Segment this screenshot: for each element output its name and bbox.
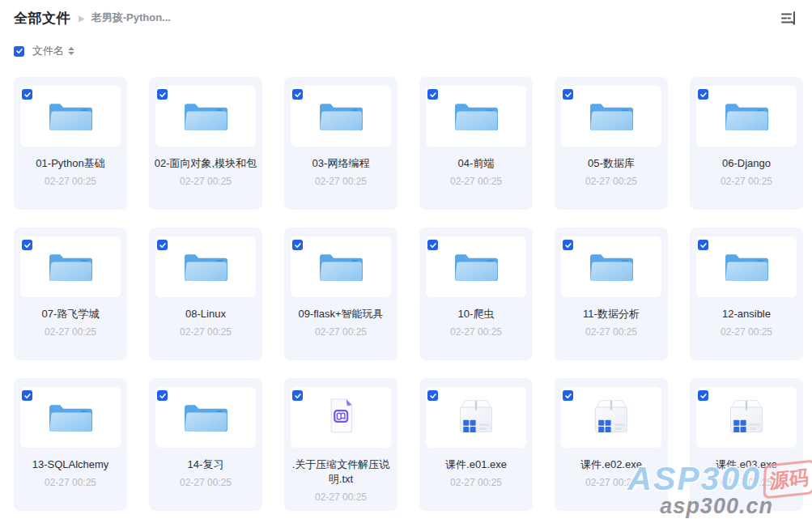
file-name[interactable]: 11-数据分析 — [578, 307, 644, 321]
breadcrumb-separator-icon: ▶ — [79, 14, 85, 23]
file-card[interactable]: 课件.e01.exe 02-27 00:25 — [419, 378, 533, 511]
file-name[interactable]: 03-网络编程 — [308, 156, 375, 171]
file-card[interactable]: 14-复习 02-27 00:25 — [149, 378, 262, 511]
file-thumbnail — [426, 236, 526, 297]
file-card[interactable]: 02-面向对象,模块和包 02-27 00:25 — [149, 77, 262, 210]
folder-icon — [586, 245, 637, 288]
file-grid: 01-Python基础 02-27 00:25 02-面向对象,模块和包 02-… — [0, 77, 812, 511]
file-thumbnail — [20, 236, 121, 297]
file-card[interactable]: 04-前端 02-27 00:25 — [419, 77, 533, 210]
file-checkbox[interactable] — [427, 89, 438, 100]
file-card[interactable]: 11-数据分析 02-27 00:25 — [555, 228, 668, 360]
file-name[interactable]: 10-爬虫 — [453, 307, 500, 321]
file-checkbox[interactable] — [698, 89, 708, 100]
file-name[interactable]: 01-Python基础 — [31, 156, 109, 171]
file-date: 02-27 00:25 — [585, 176, 637, 187]
folder-icon — [45, 245, 96, 288]
file-checkbox[interactable] — [427, 240, 438, 250]
file-name[interactable]: .关于压缩文件解压说明.txt — [284, 457, 397, 487]
folder-icon — [451, 95, 502, 138]
file-thumbnail — [291, 86, 391, 147]
file-name[interactable]: 06-Django — [717, 156, 776, 171]
file-date: 02-27 00:25 — [450, 326, 502, 338]
file-name[interactable]: 05-数据库 — [583, 156, 640, 171]
file-thumbnail — [155, 86, 256, 147]
file-date: 02-27 00:25 — [585, 477, 637, 488]
file-card[interactable]: 课件.e03.exe 02-27 00:25 — [690, 378, 803, 511]
text-document-icon — [317, 395, 364, 440]
file-name[interactable]: 02-面向对象,模块和包 — [150, 156, 261, 171]
page-title: 全部文件 — [14, 9, 70, 28]
file-card[interactable]: 09-flask+智能玩具 02-27 00:25 — [284, 228, 397, 360]
file-date: 02-27 00:25 — [45, 326, 96, 338]
file-date: 02-27 00:25 — [721, 477, 772, 488]
file-thumbnail — [20, 387, 121, 448]
sort-arrows-icon[interactable] — [68, 47, 74, 55]
file-checkbox[interactable] — [698, 240, 708, 250]
file-name[interactable]: 08-Linux — [181, 307, 231, 321]
folder-icon — [721, 245, 772, 288]
file-card[interactable]: 课件.e02.exe 02-27 00:25 — [555, 378, 668, 511]
sort-list-icon[interactable] — [778, 8, 799, 28]
file-name[interactable]: 课件.e01.exe — [440, 457, 512, 472]
file-card[interactable]: 07-路飞学城 02-27 00:25 — [14, 228, 127, 360]
file-checkbox[interactable] — [563, 89, 573, 100]
file-name[interactable]: 04-前端 — [453, 156, 500, 171]
file-card[interactable]: 13-SQLAlchemy 02-27 00:25 — [14, 378, 127, 511]
file-thumbnail — [561, 387, 661, 448]
folder-icon — [45, 396, 96, 439]
file-thumbnail — [561, 236, 661, 297]
file-card[interactable]: 08-Linux 02-27 00:25 — [149, 228, 262, 360]
sort-by-name-label[interactable]: 文件名 — [32, 44, 64, 58]
file-card[interactable]: 10-爬虫 02-27 00:25 — [419, 228, 533, 360]
file-checkbox[interactable] — [698, 390, 708, 401]
file-date: 02-27 00:25 — [721, 176, 772, 187]
select-all-checkbox[interactable] — [14, 46, 24, 57]
file-checkbox[interactable] — [157, 240, 168, 250]
file-thumbnail — [291, 236, 391, 297]
file-card[interactable]: .关于压缩文件解压说明.txt 02-27 00:25 — [284, 378, 397, 511]
file-checkbox[interactable] — [22, 89, 32, 100]
file-thumbnail — [696, 86, 797, 147]
file-card[interactable]: 01-Python基础 02-27 00:25 — [14, 77, 127, 210]
file-card[interactable]: 05-数据库 02-27 00:25 — [555, 77, 668, 210]
file-card[interactable]: 03-网络编程 02-27 00:25 — [284, 77, 397, 210]
file-thumbnail — [155, 236, 256, 297]
file-checkbox[interactable] — [292, 89, 303, 100]
file-thumbnail — [155, 387, 256, 448]
filter-row: 文件名 — [14, 45, 799, 57]
folder-icon — [451, 245, 502, 288]
file-name[interactable]: 13-SQLAlchemy — [28, 457, 114, 472]
file-date: 02-27 00:25 — [45, 176, 96, 187]
file-checkbox[interactable] — [427, 390, 438, 401]
file-checkbox[interactable] — [22, 240, 32, 250]
file-date: 02-27 00:25 — [450, 176, 502, 187]
file-card[interactable]: 12-ansible 02-27 00:25 — [690, 228, 803, 360]
file-date: 02-27 00:25 — [180, 176, 232, 187]
file-name[interactable]: 07-路飞学城 — [37, 307, 104, 321]
file-date: 02-27 00:25 — [45, 477, 96, 488]
file-date: 02-27 00:25 — [450, 477, 502, 488]
folder-icon — [181, 396, 232, 439]
file-checkbox[interactable] — [563, 390, 573, 401]
file-name[interactable]: 09-flask+智能玩具 — [293, 307, 388, 321]
file-checkbox[interactable] — [563, 240, 573, 250]
file-name[interactable]: 课件.e03.exe — [711, 457, 782, 472]
file-thumbnail — [561, 86, 661, 147]
file-name[interactable]: 12-ansible — [717, 307, 776, 321]
file-checkbox[interactable] — [292, 390, 303, 401]
file-checkbox[interactable] — [157, 89, 168, 100]
file-card[interactable]: 06-Django 02-27 00:25 — [690, 77, 803, 210]
file-name[interactable]: 课件.e02.exe — [576, 457, 647, 472]
file-date: 02-27 00:25 — [315, 326, 367, 338]
folder-icon — [181, 95, 232, 138]
breadcrumb[interactable]: 老男孩-Python... — [91, 11, 171, 25]
file-thumbnail — [20, 86, 121, 147]
file-date: 02-27 00:25 — [721, 326, 772, 338]
file-checkbox[interactable] — [157, 390, 168, 401]
file-name[interactable]: 14-复习 — [183, 457, 229, 472]
file-date: 02-27 00:25 — [315, 491, 367, 503]
file-checkbox[interactable] — [22, 390, 32, 401]
file-checkbox[interactable] — [292, 240, 303, 250]
installer-package-icon — [587, 395, 636, 440]
